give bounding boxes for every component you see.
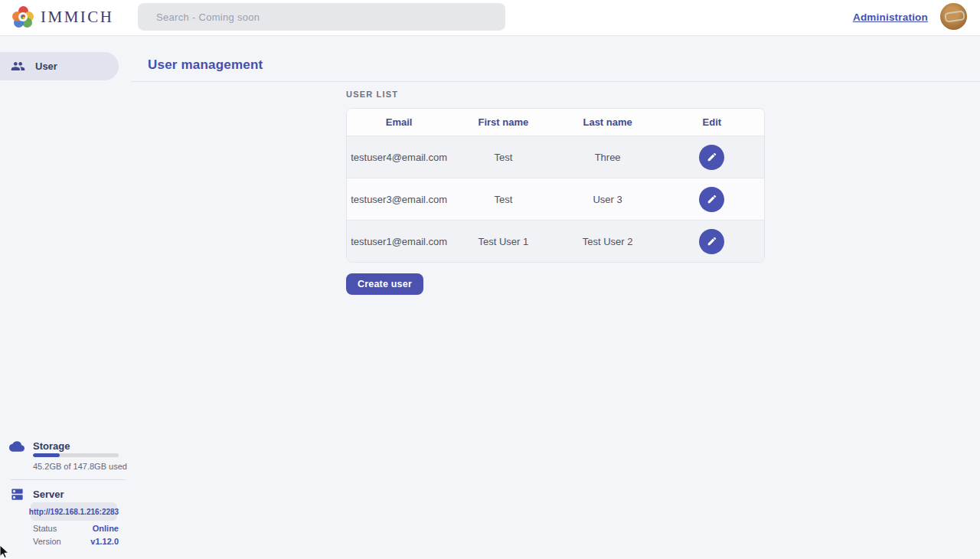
edit-user-button[interactable]	[699, 229, 724, 254]
sidebar-item-user[interactable]: User	[0, 52, 119, 80]
sidebar-item-label: User	[35, 60, 57, 72]
storage-progress-fill	[33, 453, 60, 457]
edit-user-button[interactable]	[699, 187, 724, 212]
column-header-last-name: Last name	[556, 116, 660, 128]
server-url-chip: http://192.168.1.216:2283	[31, 502, 117, 521]
brand[interactable]: IMMICH	[12, 6, 114, 28]
cell-first-name: Test User 1	[451, 236, 555, 247]
table-header-row: Email First name Last name Edit	[347, 109, 764, 136]
brand-name: IMMICH	[41, 8, 114, 27]
storage-usage-text: 45.2GB of 147.8GB used	[33, 462, 127, 471]
column-header-edit: Edit	[660, 116, 764, 128]
table-row: testuser1@email.com Test User 1 Test Use…	[347, 220, 764, 262]
table-row: testuser3@email.com Test User 3	[347, 178, 764, 220]
page-title: User management	[148, 57, 263, 73]
pencil-icon	[707, 194, 717, 204]
users-icon	[11, 59, 25, 74]
cell-email: testuser1@email.com	[347, 236, 451, 247]
pencil-icon	[707, 236, 717, 247]
server-status-row: Status Online	[33, 524, 119, 533]
storage-title: Storage	[33, 440, 70, 452]
server-icon	[10, 487, 24, 502]
version-value: v1.12.0	[90, 537, 119, 546]
header-divider	[131, 81, 980, 82]
column-header-email: Email	[347, 116, 451, 128]
table-row: testuser4@email.com Test Three	[347, 136, 764, 178]
cell-email: testuser3@email.com	[347, 194, 451, 205]
cell-first-name: Test	[451, 194, 555, 205]
cell-first-name: Test	[451, 152, 555, 163]
create-user-button[interactable]: Create user	[346, 273, 423, 295]
cell-last-name: Three	[556, 152, 660, 163]
immich-logo-icon	[12, 6, 34, 28]
server-title: Server	[33, 489, 64, 500]
pencil-icon	[707, 152, 717, 162]
edit-user-button[interactable]	[699, 145, 724, 170]
user-table: Email First name Last name Edit testuser…	[346, 108, 765, 263]
cell-last-name: User 3	[556, 194, 660, 205]
mouse-cursor	[0, 544, 11, 559]
column-header-first-name: First name	[451, 116, 555, 128]
cloud-icon	[9, 439, 24, 454]
top-bar: IMMICH Administration	[0, 0, 980, 36]
user-list-label: USER LIST	[346, 90, 398, 99]
sidebar-divider	[11, 479, 126, 480]
search-input[interactable]	[138, 3, 505, 31]
cell-email: testuser4@email.com	[347, 152, 451, 163]
user-avatar[interactable]	[940, 3, 967, 30]
storage-progress-bar	[33, 453, 119, 457]
immich-admin-page: IMMICH Administration User User manageme…	[0, 0, 980, 559]
status-label: Status	[33, 524, 57, 533]
status-value: Online	[93, 524, 119, 533]
server-version-row: Version v1.12.0	[33, 537, 119, 546]
administration-link[interactable]: Administration	[853, 11, 928, 23]
version-label: Version	[33, 537, 61, 546]
cell-last-name: Test User 2	[556, 236, 660, 247]
